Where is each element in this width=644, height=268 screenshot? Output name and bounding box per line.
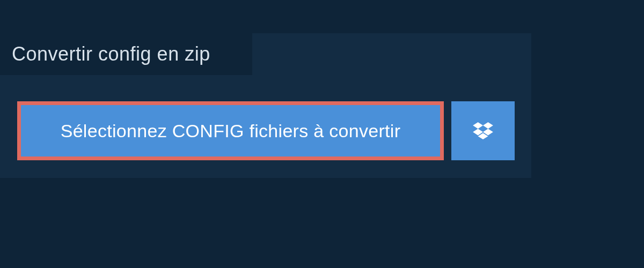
select-files-label: Sélectionnez CONFIG fichiers à convertir bbox=[61, 121, 401, 142]
action-row: Sélectionnez CONFIG fichiers à convertir bbox=[17, 101, 515, 160]
select-files-button[interactable]: Sélectionnez CONFIG fichiers à convertir bbox=[17, 101, 444, 160]
dropbox-button[interactable] bbox=[451, 101, 515, 160]
dropbox-icon bbox=[473, 122, 493, 139]
converter-tab-label: Convertir config en zip bbox=[12, 43, 210, 65]
converter-tab[interactable]: Convertir config en zip bbox=[0, 33, 252, 75]
